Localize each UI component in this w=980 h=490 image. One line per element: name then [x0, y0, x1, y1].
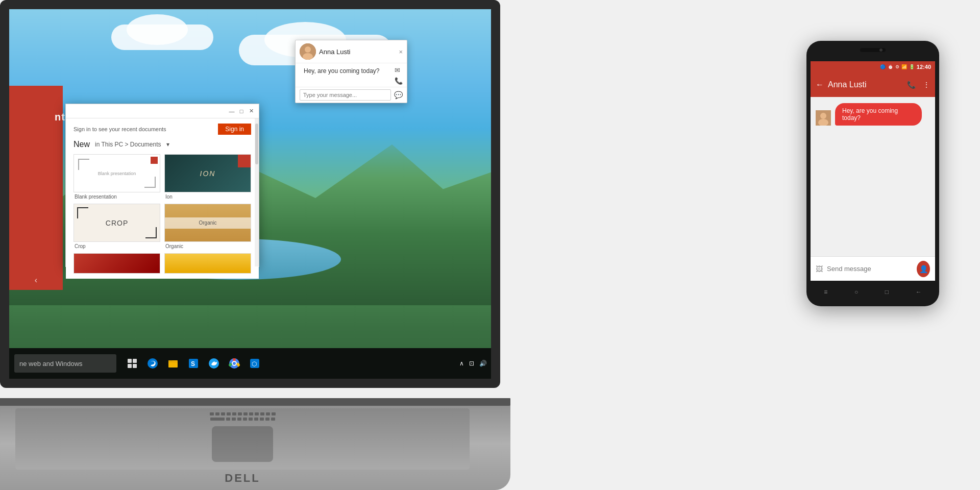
svg-rect-6	[168, 360, 173, 362]
taskbar-search-text: ne web and Windows	[19, 360, 83, 368]
chat-notification-popup: Anna Lusti × Hey, are you coming today? …	[295, 40, 407, 103]
ppt-window-body: Sign in to see your recent documents Sig…	[66, 118, 259, 279]
signin-prompt-text: Sign in to see your recent documents	[74, 126, 166, 132]
template-crop[interactable]: CROP Crop	[74, 204, 160, 249]
phone-body: 🔵 ⏰ ⚙ 📶 🔋 12:40 ← Anna Lusti 📞 ⋮	[806, 41, 939, 306]
template-ion-label: Ion	[164, 194, 251, 200]
signin-button[interactable]: Sign in	[218, 124, 251, 135]
template-organic-thumb: Organic	[164, 204, 251, 242]
android-phone: 🔵 ⏰ ⚙ 📶 🔋 12:40 ← Anna Lusti 📞 ⋮	[806, 41, 939, 306]
file-explorer-icon[interactable]	[165, 355, 181, 372]
phone-back-nav-button[interactable]: ←	[916, 288, 922, 296]
ppt-scrollbar-thumb	[255, 124, 258, 164]
store-icon[interactable]: S	[185, 355, 202, 372]
chat-email-icon[interactable]: ✉	[395, 66, 403, 74]
phone-menu-button[interactable]: ≡	[824, 288, 827, 296]
minimize-button[interactable]: —	[228, 108, 235, 115]
ion-label: ION	[200, 169, 216, 178]
template-blank-thumb: Blank presentation	[74, 154, 160, 192]
phone-send-button[interactable]: 👤	[917, 261, 930, 277]
laptop-touchpad[interactable]	[212, 426, 273, 462]
new-document-label: New in This PC > Documents ▾	[74, 140, 251, 149]
svg-point-4	[148, 358, 158, 369]
chat-message-row: Hey, are you coming today?	[816, 103, 930, 126]
send-icon: 👤	[919, 265, 928, 273]
settings-icon: ⚙	[895, 64, 899, 69]
organic-band-text: Organic	[199, 220, 216, 226]
phone-clock: 12:40	[917, 64, 931, 70]
taskbar-icons: S	[124, 355, 263, 372]
phone-chat-messages: Hey, are you coming today?	[811, 97, 935, 256]
phone-status-bar: 🔵 ⏰ ⚙ 📶 🔋 12:40	[811, 61, 935, 72]
chat-popup-header: Anna Lusti ×	[296, 40, 407, 63]
phone-more-button[interactable]: ⋮	[923, 81, 930, 89]
maximize-button[interactable]: □	[238, 108, 245, 115]
close-button[interactable]: ✕	[248, 108, 255, 115]
bluetooth-icon: 🔵	[880, 64, 886, 69]
laptop: ne web and Windows	[0, 0, 561, 490]
location-dropdown-icon[interactable]: ▾	[166, 141, 169, 148]
chat-popup-send-icon[interactable]: 💬	[394, 91, 403, 99]
battery-icon: 🔋	[909, 64, 915, 69]
twitter-icon[interactable]	[206, 355, 222, 372]
phone-camera-lens	[879, 48, 883, 52]
laptop-body: DELL	[0, 398, 510, 490]
edge-browser-icon[interactable]	[144, 355, 161, 372]
template-ion[interactable]: ION Ion	[164, 154, 251, 200]
svg-point-12	[233, 362, 236, 365]
laptop-keyboard	[15, 408, 470, 470]
chat-popup-message: Hey, are you coming today?	[300, 65, 391, 78]
phone-camera	[860, 48, 886, 52]
chrome-icon[interactable]	[226, 355, 242, 372]
alarm-icon: ⏰	[888, 64, 893, 69]
powerpoint-logo-text: nt	[55, 111, 65, 123]
dell-logo: DELL	[225, 472, 260, 485]
phone-call-button[interactable]: 📞	[907, 81, 916, 89]
phone-home-button[interactable]: ○	[854, 288, 858, 296]
tray-action-icon: □	[492, 360, 496, 367]
phone-message-input[interactable]	[827, 265, 913, 273]
phone-bottom-nav: ≡ ○ □ ←	[811, 285, 935, 299]
svg-text:S: S	[191, 360, 195, 368]
taskbar-search[interactable]: ne web and Windows	[14, 354, 116, 373]
chat-popup-message-input[interactable]	[300, 89, 391, 101]
template-red-partial[interactable]	[74, 253, 160, 274]
svg-rect-0	[128, 359, 132, 363]
templates-grid: Blank presentation Blank presentation IO…	[74, 154, 251, 274]
app-icon[interactable]: ⬡	[247, 355, 263, 372]
svg-point-16	[305, 46, 311, 53]
blank-red-corner	[151, 157, 158, 164]
template-crop-label: Crop	[74, 243, 160, 249]
svg-rect-1	[133, 359, 137, 363]
chat-popup-contact-name: Anna Lusti	[319, 48, 396, 56]
template-ion-thumb: ION	[164, 154, 251, 192]
laptop-hinge	[0, 398, 510, 406]
chat-popup-avatar	[300, 43, 316, 60]
template-organic[interactable]: Organic Organic	[164, 204, 251, 249]
template-blank-label: Blank presentation	[74, 194, 160, 200]
template-yellow-thumb	[164, 253, 251, 274]
template-yellow-partial[interactable]	[164, 253, 251, 274]
attachment-icon[interactable]: 🖼	[816, 265, 823, 273]
taskbar: ne web and Windows	[9, 348, 500, 379]
phone-back-button[interactable]: ←	[816, 80, 824, 89]
phone-screen: 🔵 ⏰ ⚙ 📶 🔋 12:40 ← Anna Lusti 📞 ⋮	[811, 61, 935, 281]
tray-arrow-icon: ∧	[459, 360, 464, 367]
phone-recent-button[interactable]: □	[885, 288, 889, 296]
chat-call-icon[interactable]: 📞	[395, 77, 403, 85]
ppt-scrollbar[interactable]	[255, 118, 259, 266]
organic-band: Organic	[165, 217, 251, 229]
chat-popup-close-button[interactable]: ×	[399, 48, 403, 56]
location-text: in This PC > Documents	[95, 141, 161, 148]
svg-rect-3	[133, 364, 137, 368]
taskview-icon[interactable]	[124, 355, 140, 372]
sidebar-collapse-chevron[interactable]: ‹	[35, 276, 37, 285]
phone-contact-name: Anna Lusti	[828, 80, 903, 89]
ion-red-corner	[238, 155, 251, 167]
powerpoint-new-window: — □ ✕ Sign in to see your recent documen…	[65, 104, 259, 267]
template-blank[interactable]: Blank presentation Blank presentation	[74, 154, 160, 200]
phone-chat-header: ← Anna Lusti 📞 ⋮	[811, 72, 935, 97]
cloud-decoration	[111, 24, 213, 50]
svg-text:⬡: ⬡	[252, 360, 257, 368]
template-red-thumb	[74, 253, 160, 274]
